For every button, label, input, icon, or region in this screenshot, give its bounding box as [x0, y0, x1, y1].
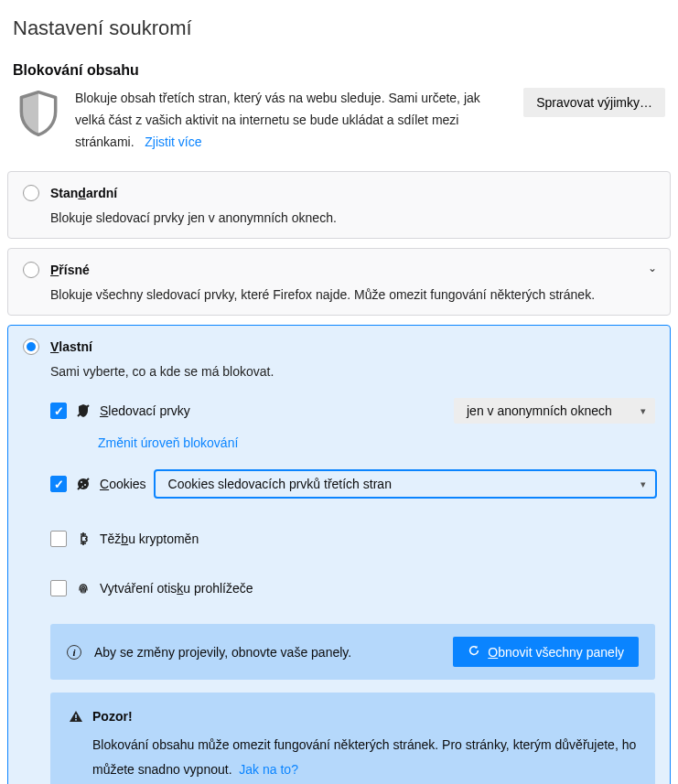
chevron-down-icon[interactable]: ⌄: [648, 262, 657, 274]
fingerprinting-label: Vytváření otisku prohlížeče: [100, 581, 253, 596]
checkbox-trackers[interactable]: [50, 403, 67, 419]
warning-body-text: Blokování obsahu může omezit fungování n…: [92, 737, 636, 777]
svg-point-3: [84, 484, 86, 486]
info-icon: i: [67, 645, 81, 660]
radio-custom[interactable]: [23, 338, 39, 355]
warning-icon: [69, 709, 83, 724]
reload-icon: [468, 644, 480, 660]
cryptominers-label: Těžbu kryptoměn: [100, 532, 199, 546]
cookies-dropdown[interactable]: Cookies sledovacích prvků třetích stran: [156, 471, 655, 497]
trackers-icon: [76, 403, 91, 418]
option-custom-desc: Sami vyberte, co a kde se má blokovat.: [50, 364, 655, 379]
option-custom-title: Vlastní: [50, 339, 92, 354]
svg-rect-7: [75, 719, 77, 721]
warning-title: Pozor!: [92, 709, 133, 724]
option-strict-desc: Blokuje všechny sledovací prvky, které F…: [50, 287, 655, 302]
manage-exceptions-button[interactable]: Spravovat výjimky…: [523, 88, 665, 117]
trackers-dropdown[interactable]: jen v anonymních oknech: [454, 398, 655, 424]
option-strict[interactable]: ⌄ Přísné Blokuje všechny sledovací prvky…: [7, 248, 671, 316]
radio-standard[interactable]: [23, 185, 39, 201]
intro-text: Blokuje obsah třetích stran, který vás n…: [75, 88, 512, 153]
checkbox-fingerprinting[interactable]: [50, 580, 67, 596]
cryptominer-icon: [76, 532, 91, 546]
learn-more-link[interactable]: Zjistit více: [145, 134, 201, 149]
option-custom[interactable]: Vlastní Sami vyberte, co a kde se má blo…: [7, 325, 671, 784]
checkbox-cryptominers[interactable]: [50, 531, 67, 547]
radio-strict[interactable]: [23, 262, 39, 278]
cookies-label: Cookies: [100, 477, 146, 491]
shield-icon: [13, 88, 64, 139]
section-title: Blokování obsahu: [13, 62, 671, 79]
warning-panel: Pozor! Blokování obsahu může omezit fung…: [50, 693, 655, 784]
svg-point-2: [81, 481, 82, 483]
reload-notice: i Aby se změny projevily, obnovte vaše p…: [50, 624, 655, 680]
page-title: Nastavení soukromí: [13, 16, 671, 40]
svg-rect-6: [75, 714, 77, 718]
option-strict-title: Přísné: [50, 263, 90, 277]
checkbox-cookies[interactable]: [50, 476, 67, 492]
reload-all-tabs-button[interactable]: Obnovit všechny panely: [453, 637, 639, 667]
option-standard-desc: Blokuje sledovací prvky jen v anonymních…: [50, 210, 655, 225]
trackers-label: Sledovací prvky: [100, 403, 190, 418]
how-to-link[interactable]: Jak na to?: [239, 762, 298, 777]
cookies-icon: [76, 477, 91, 491]
fingerprint-icon: [76, 581, 91, 596]
option-standard-title: Standardní: [50, 186, 117, 200]
option-standard[interactable]: Standardní Blokuje sledovací prvky jen v…: [7, 171, 671, 239]
change-block-level-link[interactable]: Změnit úroveň blokování: [98, 435, 238, 450]
